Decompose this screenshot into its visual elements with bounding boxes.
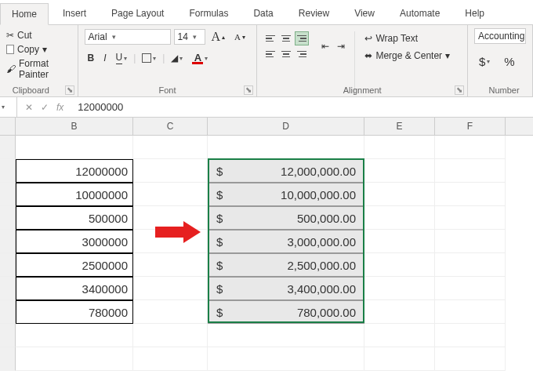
cell[interactable] — [364, 300, 435, 324]
align-top-right[interactable] — [295, 31, 309, 45]
fx-icon[interactable]: fx — [56, 102, 63, 113]
spreadsheet-grid[interactable]: B C D E F 12000000$12,000,000.0010000000… — [0, 118, 533, 371]
cell[interactable] — [133, 253, 208, 277]
cell[interactable] — [435, 230, 506, 253]
increase-font-button[interactable]: A▴ — [208, 28, 229, 45]
cell[interactable]: 500000 — [16, 206, 133, 230]
cell[interactable]: $2,500,000.00 — [208, 253, 364, 277]
formula-bar: ▾ ✕ ✓ fx 12000000 — [0, 97, 533, 118]
cell[interactable] — [16, 324, 133, 347]
font-dialog-launcher[interactable]: ⬊ — [244, 85, 253, 95]
borders-button[interactable]: ▾ — [139, 52, 159, 64]
cell[interactable] — [16, 347, 133, 371]
merge-center-button[interactable]: ⬌Merge & Center ▾ — [360, 49, 455, 63]
font-size-select[interactable]: 14▾ — [174, 29, 205, 45]
align-bottom-left[interactable] — [263, 47, 277, 61]
cell[interactable]: 2500000 — [16, 253, 133, 277]
tab-formulas[interactable]: Formulas — [178, 3, 239, 24]
font-color-button[interactable]: A▾ — [189, 50, 211, 66]
number-format-select[interactable]: Accounting — [474, 28, 526, 44]
cell[interactable] — [435, 183, 506, 206]
cell[interactable] — [364, 136, 435, 159]
col-header-d[interactable]: D — [208, 118, 364, 135]
cell[interactable] — [364, 183, 435, 206]
cell[interactable] — [364, 347, 435, 371]
cell[interactable]: $500,000.00 — [208, 206, 364, 230]
cell[interactable]: $12,000,000.00 — [208, 159, 364, 183]
tab-help[interactable]: Help — [454, 3, 495, 24]
accept-formula-icon[interactable]: ✓ — [41, 102, 49, 113]
cell[interactable]: 780000 — [16, 300, 133, 324]
cut-button[interactable]: ✂Cut — [6, 28, 71, 42]
tab-page-layout[interactable]: Page Layout — [100, 3, 175, 24]
cell[interactable] — [435, 324, 506, 347]
cell[interactable] — [133, 136, 208, 159]
cell[interactable]: $3,000,000.00 — [208, 230, 364, 253]
decrease-font-button[interactable]: A▾ — [231, 31, 248, 43]
increase-indent-button[interactable]: ⇥ — [334, 39, 348, 53]
col-header-c[interactable]: C — [133, 118, 208, 135]
alignment-dialog-launcher[interactable]: ⬊ — [455, 85, 464, 95]
brush-icon: 🖌 — [6, 64, 16, 74]
cancel-formula-icon[interactable]: ✕ — [25, 102, 33, 113]
wrap-text-button[interactable]: ↩Wrap Text — [360, 31, 455, 45]
percent-format-button[interactable]: % — [501, 53, 517, 70]
accounting-format-button[interactable]: $▾ — [476, 53, 493, 70]
cell[interactable]: $780,000.00 — [208, 300, 364, 324]
cell[interactable] — [364, 159, 435, 183]
align-top-center[interactable] — [279, 31, 293, 45]
align-bottom-right[interactable] — [295, 47, 309, 61]
cell[interactable] — [364, 324, 435, 347]
cell[interactable] — [435, 300, 506, 324]
tab-insert[interactable]: Insert — [52, 3, 97, 24]
cell[interactable] — [133, 159, 208, 183]
align-bottom-center[interactable] — [279, 47, 293, 61]
decrease-indent-button[interactable]: ⇤ — [318, 39, 332, 53]
cell[interactable]: $10,000,000.00 — [208, 183, 364, 206]
alignment-grid — [263, 31, 309, 61]
cell[interactable] — [435, 253, 506, 277]
cell[interactable] — [435, 136, 506, 159]
name-box[interactable]: ▾ — [0, 97, 17, 117]
cell[interactable] — [133, 347, 208, 371]
col-header-e[interactable]: E — [364, 118, 435, 135]
cell[interactable] — [435, 277, 506, 300]
cell[interactable]: 3400000 — [16, 277, 133, 300]
format-painter-button[interactable]: 🖌Format Painter — [6, 56, 71, 82]
cell[interactable] — [133, 300, 208, 324]
tab-view[interactable]: View — [343, 3, 386, 24]
cell[interactable] — [364, 277, 435, 300]
cell[interactable] — [208, 136, 364, 159]
cell[interactable] — [435, 206, 506, 230]
cell[interactable] — [435, 159, 506, 183]
col-header-b[interactable]: B — [16, 118, 133, 135]
font-name-select[interactable]: Arial▾ — [85, 29, 171, 45]
cell[interactable] — [364, 253, 435, 277]
cell[interactable] — [16, 136, 133, 159]
cell[interactable] — [208, 324, 364, 347]
bold-button[interactable]: B — [85, 51, 98, 65]
copy-button[interactable]: Copy ▾ — [6, 42, 71, 56]
cell[interactable]: $3,400,000.00 — [208, 277, 364, 300]
tab-automate[interactable]: Automate — [389, 3, 451, 24]
cell[interactable] — [133, 277, 208, 300]
tab-review[interactable]: Review — [288, 3, 340, 24]
cell[interactable] — [208, 347, 364, 371]
cell[interactable]: 10000000 — [16, 183, 133, 206]
formula-input[interactable]: 12000000 — [71, 101, 129, 113]
cell[interactable]: 3000000 — [16, 230, 133, 253]
clipboard-dialog-launcher[interactable]: ⬊ — [65, 85, 74, 95]
tab-home[interactable]: Home — [0, 3, 49, 25]
cell[interactable] — [133, 183, 208, 206]
cell[interactable]: 12000000 — [16, 159, 133, 183]
underline-button[interactable]: U▾ — [113, 50, 131, 66]
cell[interactable] — [133, 324, 208, 347]
align-top-left[interactable] — [263, 31, 277, 45]
col-header-f[interactable]: F — [435, 118, 506, 135]
italic-button[interactable]: I — [100, 51, 109, 65]
fill-color-button[interactable]: ◢▾ — [168, 51, 186, 65]
cell[interactable] — [435, 347, 506, 371]
cell[interactable] — [364, 230, 435, 253]
cell[interactable] — [364, 206, 435, 230]
tab-data[interactable]: Data — [242, 3, 284, 24]
